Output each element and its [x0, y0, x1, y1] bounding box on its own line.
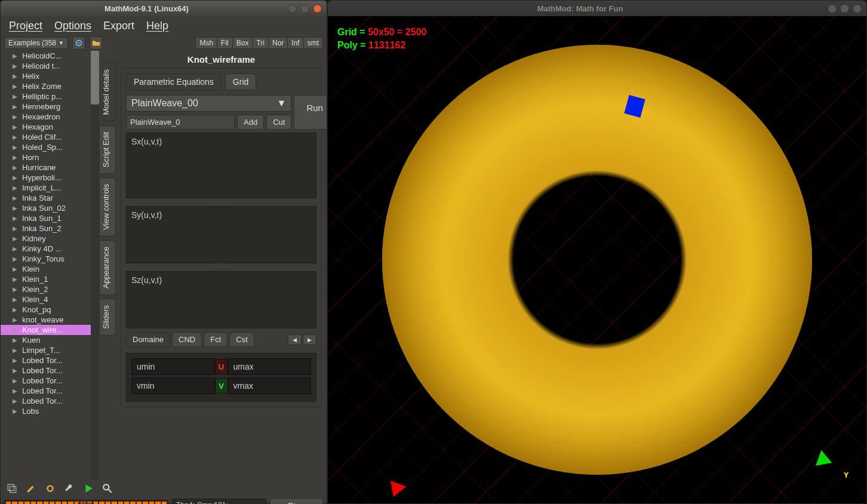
mode-smt-button[interactable]: smt	[303, 37, 323, 49]
tree-item[interactable]: ▶Kidney	[1, 233, 99, 244]
link-icon[interactable]	[45, 483, 56, 494]
tree-scrollbar[interactable]	[91, 51, 99, 480]
mode-fil-button[interactable]: Fil	[217, 37, 233, 49]
copy-icon[interactable]	[7, 483, 17, 494]
tree-item[interactable]: ▶Knot_pq	[1, 305, 99, 315]
tree-item[interactable]: ▶Inka Sun_1	[1, 213, 99, 223]
tree-item[interactable]: ▶Holed_Sp...	[1, 142, 99, 152]
tree-item[interactable]: ▶Lobed Tor...	[1, 396, 99, 406]
close-icon[interactable]	[313, 4, 322, 13]
close-icon[interactable]	[853, 4, 862, 13]
umax-field[interactable]: umax	[228, 358, 312, 375]
tree-item[interactable]: ▶Limpet_T...	[1, 345, 99, 355]
tree-item[interactable]: ▶Helliptic p...	[1, 91, 99, 102]
folder-icon[interactable]	[90, 36, 103, 50]
splitter-handle[interactable]: ······	[126, 199, 316, 205]
tree-item[interactable]: ▶Helicoid t...	[1, 61, 99, 71]
mode-nor-button[interactable]: Nor	[268, 37, 288, 49]
tree-item[interactable]: ▶Lobed Tor...	[1, 365, 99, 376]
tab-grid[interactable]: Grid	[225, 73, 256, 90]
tree-item[interactable]: ▶Hexagon	[1, 122, 99, 132]
tree-item[interactable]: ▶Holed Clif...	[1, 132, 99, 142]
menu-export[interactable]: Export	[103, 20, 134, 32]
window-title: MathMod-9.1 (Linux64)	[5, 4, 288, 13]
tree-item[interactable]: ▶Klein_2	[1, 284, 99, 294]
tree-item[interactable]: ▶Inka Sun_2	[1, 223, 99, 233]
zoom-icon[interactable]	[102, 483, 113, 494]
rendered-model	[328, 16, 866, 503]
tree-item[interactable]: ▶knot_weave	[1, 315, 99, 325]
tab-scroll-left-icon[interactable]: ◄	[288, 334, 302, 345]
component-dropdown[interactable]: PlainWeave_00▼	[126, 95, 291, 112]
vtab-model-details[interactable]: Model details	[99, 63, 116, 122]
vtab-appearance[interactable]: Appearance	[99, 240, 116, 295]
subtab-cst[interactable]: Cst	[229, 332, 254, 347]
tree-item[interactable]: ▶Horn	[1, 152, 99, 162]
vtab-sliders[interactable]: Sliders	[99, 299, 116, 336]
tab-parametric[interactable]: Parametric Equations	[126, 73, 222, 90]
sy-equation-input[interactable]: Sy(u,v,t)	[126, 206, 316, 263]
tree-item[interactable]: ▶Lobed Tor...	[1, 355, 99, 365]
titlebar[interactable]: MathMod-9.1 (Linux64)	[1, 1, 327, 16]
vtab-view-controls[interactable]: View controls	[99, 177, 116, 236]
tree-item[interactable]: ▶Lobs	[1, 406, 99, 416]
tree-item[interactable]: ▶Hyperboli...	[1, 173, 99, 183]
add-button[interactable]: Add	[237, 115, 264, 130]
tree-item[interactable]: ▶Kuen	[1, 335, 99, 345]
target-icon[interactable]	[72, 36, 85, 50]
subtab-cnd[interactable]: CND	[172, 332, 202, 347]
brush-icon[interactable]	[26, 483, 36, 494]
tree-item[interactable]: ▶Klein_1	[1, 274, 99, 284]
v-badge: V	[215, 378, 228, 394]
tree-item[interactable]: ▶Inka Star	[1, 193, 99, 203]
sz-equation-input[interactable]: Sz(u,v,t)	[126, 271, 316, 328]
tree-item[interactable]: ▶Klein	[1, 264, 99, 274]
menu-options[interactable]: Options	[54, 20, 91, 32]
menu-project[interactable]: Project	[9, 20, 42, 32]
tree-item[interactable]: ▶Inka Sun_02	[1, 203, 99, 213]
3d-viewport[interactable]: Grid = 50x50 = 2500 Poly = 1131162 Y	[328, 16, 866, 503]
tree-item[interactable]: ▶Hurricane	[1, 162, 99, 173]
minimize-icon[interactable]	[828, 4, 837, 13]
vmax-field[interactable]: vmax	[228, 377, 312, 394]
tree-item[interactable]: ▶HelicoidC...	[1, 51, 99, 61]
wrench-icon[interactable]	[64, 483, 75, 494]
maximize-icon[interactable]	[840, 4, 849, 13]
stop-button[interactable]: Stop	[270, 498, 323, 505]
component-name-input[interactable]	[126, 115, 235, 130]
subtab-fct[interactable]: Fct	[204, 332, 227, 347]
mode-tri-button[interactable]: Tri	[252, 37, 269, 49]
tree-item[interactable]: ▶Helix	[1, 71, 99, 81]
splitter-handle[interactable]: ······	[126, 265, 316, 270]
minimize-icon[interactable]	[288, 4, 297, 13]
vtab-script-edit[interactable]: Script Edit	[99, 125, 116, 174]
menu-help[interactable]: Help	[146, 20, 168, 32]
mode-box-button[interactable]: Box	[232, 37, 253, 49]
tree-item[interactable]: ▶Lobed Tor...	[1, 376, 99, 386]
tree-item[interactable]: ▶Henneberg	[1, 102, 99, 112]
tree-item[interactable]: ▶Helix Zome	[1, 81, 99, 91]
render-titlebar[interactable]: MathMod: Math for Fun	[328, 1, 866, 16]
cut-button[interactable]: Cut	[266, 115, 291, 130]
tab-scroll-right-icon[interactable]: ►	[303, 334, 316, 345]
tree-item[interactable]: ▶Hexaedron	[1, 112, 99, 122]
umin-field[interactable]: umin	[131, 358, 215, 375]
domain-panel: umin U umax vmin V vmax	[126, 353, 316, 402]
subtab-domaine[interactable]: Domaine	[126, 332, 170, 347]
tree-item[interactable]: ▶Knot_wire...	[1, 325, 99, 335]
tree-item[interactable]: ▶Kinky 4D ...	[1, 244, 99, 254]
maximize-icon[interactable]	[300, 4, 309, 13]
tree-item[interactable]: ▶Klein_4	[1, 294, 99, 305]
tree-item[interactable]: ▶Implicit_L...	[1, 183, 99, 193]
examples-dropdown[interactable]: Examples (358▼	[4, 37, 68, 49]
play-icon[interactable]	[83, 483, 94, 494]
examples-tree[interactable]: ▶HelicoidC...▶Helicoid t...▶Helix▶Helix …	[1, 51, 99, 480]
sx-equation-input[interactable]: Sx(u,v,t)	[126, 133, 316, 198]
tree-item[interactable]: ▶Lobed Tor...	[1, 386, 99, 396]
vmin-field[interactable]: vmin	[131, 377, 215, 394]
mode-inf-button[interactable]: Inf	[287, 37, 303, 49]
detail-panel: Knot_wireframe Parametric Equations Grid…	[116, 51, 327, 480]
mode-msh-button[interactable]: Msh	[195, 37, 217, 49]
tree-item[interactable]: ▶Kinky_Torus	[1, 254, 99, 264]
run-button[interactable]: Run	[294, 95, 327, 130]
